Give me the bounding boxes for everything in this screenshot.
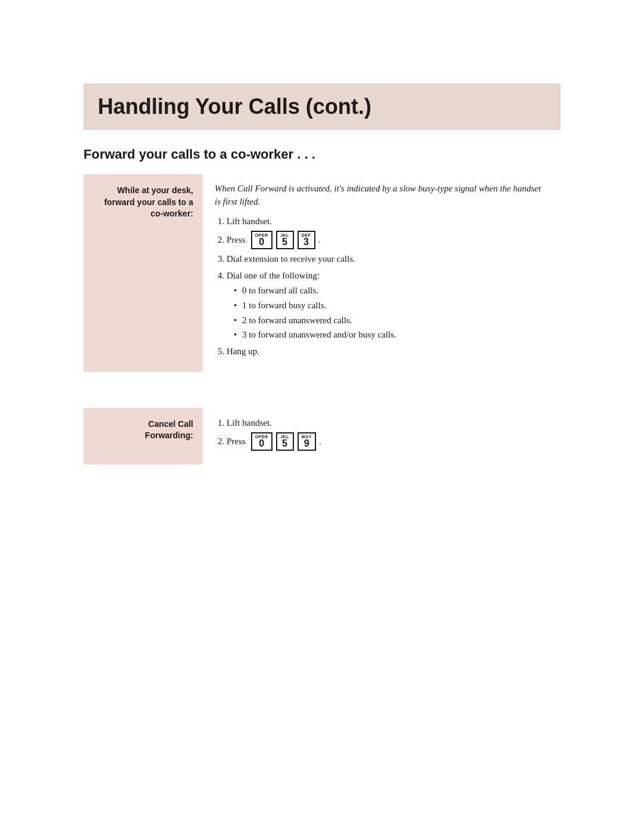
card2-step1-text: Lift handset. [227,418,272,428]
section-title: Forward your calls to a co-worker . . . [83,147,561,162]
key-5-card2-digit: 5 [282,439,287,448]
card1-step2-row: Press OPER 0 JKL 5 DEF 3 [227,231,549,249]
page-title: Handling Your Calls (cont.) [83,83,561,130]
key-5-card1: JKL 5 [276,231,294,249]
key-5-digit: 5 [282,237,287,247]
key-3-card1: DEF 3 [298,231,315,249]
bullet-0: 0 to forward all calls. [234,284,549,298]
key-3-digit: 3 [304,237,309,247]
card1-step4-text: Dial one of the following: [227,271,320,280]
card2-step2: Press OPER 0 JKL 5 WXY 9 [227,432,549,451]
card2-step2-period: . [319,435,321,448]
card1-label-line1: While at your desk, [117,185,193,197]
card1-step3: Dial extension to receive your calls. [227,252,549,266]
card2-label-line1: Cancel Call [148,419,193,431]
card2-step1: Lift handset. [227,416,549,430]
key-9-card2-digit: 9 [304,439,309,448]
bullet-2: 2 to forward unanswered calls. [234,314,549,327]
card1-italic-note: When Call Forward is activated, it's ind… [215,182,549,209]
card2-steps: Lift handset. Press OPER 0 JKL 5 [215,416,549,451]
card1-label-line3: co-worker: [150,208,193,220]
card1-step2-period: . [318,233,321,247]
card1-step1-text: Lift handset. [227,216,272,226]
card1-step5-text: Hang up. [227,346,259,356]
card1-step2: Press OPER 0 JKL 5 DEF 3 [227,231,549,249]
card1-label: While at your desk, forward your calls t… [83,174,203,372]
key-0-card2: OPER 0 [251,432,273,451]
card1-steps: Lift handset. Press OPER 0 JKL 5 [215,215,549,358]
key-9-card2: WXY 9 [298,432,316,451]
bullet-1: 1 to forward busy calls. [234,299,549,312]
card1-step3-text: Dial extension to receive your calls. [227,254,355,264]
card-forward-coworker: While at your desk, forward your calls t… [83,174,561,372]
card2-step2-row: Press OPER 0 JKL 5 WXY 9 [227,432,549,451]
card1-body: When Call Forward is activated, it's ind… [203,174,561,372]
card1-step4: Dial one of the following: 0 to forward … [227,269,549,342]
key-5-card2: JKL 5 [276,432,294,451]
card1-step1: Lift handset. [227,215,549,228]
key-0-digit: 0 [259,237,264,247]
card-cancel-forwarding: Cancel Call Forwarding: Lift handset. Pr… [83,408,561,465]
card1-step5: Hang up. [227,345,549,358]
card1-bullets: 0 to forward all calls. 1 to forward bus… [227,284,549,342]
card2-label: Cancel Call Forwarding: [83,408,203,465]
card1-label-line2: forward your calls to a [104,197,193,209]
card2-label-line2: Forwarding: [145,430,193,442]
gap [83,384,561,396]
content-area: While at your desk, forward your calls t… [83,174,561,465]
card2-body: Lift handset. Press OPER 0 JKL 5 [203,408,561,465]
card1-press-word: Press [227,233,246,247]
bullet-3: 3 to forward unanswered and/or busy call… [234,329,549,342]
key-0-card1: OPER 0 [251,231,273,249]
key-0-card2-digit: 0 [259,439,264,448]
page: Handling Your Calls (cont.) Forward your… [0,0,644,833]
card2-press-word: Press [227,435,246,448]
